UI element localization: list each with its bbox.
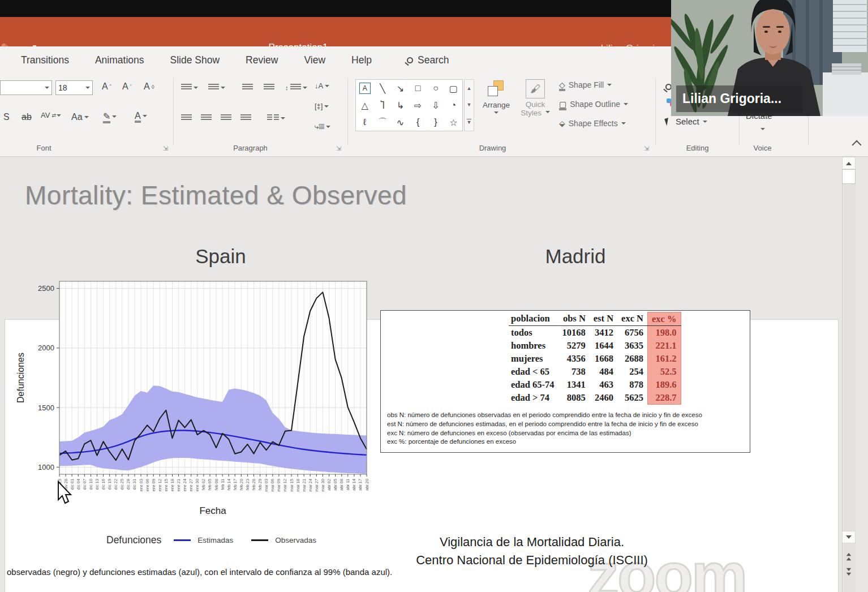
table-cell: 2460: [590, 391, 617, 405]
paragraph-dialog-launcher[interactable]: ⇲: [336, 145, 341, 152]
left-brace-shape-icon[interactable]: {: [416, 117, 419, 127]
svg-text:feb 11: feb 11: [220, 479, 225, 490]
shrink-font-button[interactable]: Aˇ: [122, 81, 132, 92]
justify-button[interactable]: [240, 114, 251, 122]
svg-text:dic 31: dic 31: [132, 479, 137, 490]
bullets-button[interactable]: [181, 84, 198, 91]
increase-indent-button[interactable]: [264, 84, 274, 91]
svg-text:feb 05: feb 05: [207, 479, 212, 490]
font-size-combobox[interactable]: 18: [55, 80, 93, 95]
tab-review[interactable]: Review: [246, 54, 278, 66]
convert-to-smartart-button[interactable]: ⤷▦: [315, 122, 330, 131]
triangle-shape-icon[interactable]: △: [362, 100, 368, 111]
arrow-line-shape-icon[interactable]: ↘: [397, 83, 404, 94]
table-cell: 6756: [617, 326, 647, 340]
dictate-dropdown-icon[interactable]: [760, 128, 765, 132]
right-arrow-shape-icon[interactable]: ⇨: [414, 100, 422, 111]
quick-styles-button[interactable]: 🖌 Quick Styles: [518, 79, 553, 117]
drawing-dialog-launcher[interactable]: ⇲: [644, 145, 649, 152]
scroll-down-button[interactable]: [842, 531, 856, 543]
oval-shape-icon[interactable]: ○: [433, 83, 439, 93]
right-brace-shape-icon[interactable]: }: [434, 117, 437, 127]
table-cell: 4356: [558, 352, 590, 365]
voice-group-label: Voice: [736, 144, 789, 152]
star-shape-icon[interactable]: ☆: [449, 117, 457, 128]
tab-help[interactable]: Help: [351, 54, 372, 66]
tab-animations[interactable]: Animations: [95, 54, 144, 66]
align-left-button[interactable]: [181, 114, 192, 122]
table-cell: 10168: [558, 326, 590, 340]
svg-text:mar 12: mar 12: [282, 479, 287, 492]
shape-outline-button[interactable]: ▢ Shape Outline: [559, 100, 628, 109]
shape-effects-button[interactable]: ⬙ Shape Effects: [559, 119, 626, 128]
rounded-rectangle-shape-icon[interactable]: ▢: [449, 83, 458, 94]
font-dialog-launcher[interactable]: ⇲: [163, 145, 168, 152]
scribble-shape-icon[interactable]: ℓ: [363, 117, 366, 127]
scrollbar-thumb[interactable]: [842, 169, 856, 184]
numbering-button[interactable]: [208, 84, 225, 91]
line-shape-icon[interactable]: ╲: [380, 83, 385, 94]
svg-text:dic 25: dic 25: [119, 479, 124, 490]
character-spacing-button[interactable]: AV⇄: [41, 111, 61, 119]
strikethrough-button[interactable]: ab: [22, 112, 32, 122]
shape-fill-button[interactable]: ◇ Shape Fill: [559, 80, 612, 89]
font-color-button[interactable]: A: [135, 111, 147, 121]
align-center-button[interactable]: [201, 114, 212, 122]
decrease-indent-button[interactable]: [242, 84, 253, 91]
elbow-connector-shape-icon[interactable]: Ⴈ: [380, 100, 384, 111]
shapes-gallery-scroll[interactable]: ▲▼▼: [464, 79, 474, 131]
figure-caption: observadas (negro) y defunciones estimad…: [7, 567, 392, 577]
font-name-combobox[interactable]: [0, 80, 52, 95]
table-row: todos1016834126756198.0: [509, 326, 681, 340]
grow-font-button[interactable]: Aˆ: [102, 81, 111, 92]
curve-shape-icon[interactable]: ∿: [397, 117, 404, 128]
svg-text:feb 02: feb 02: [201, 479, 206, 490]
svg-text:ene 09: ene 09: [151, 479, 156, 491]
arc-shape-icon[interactable]: ⌒: [378, 117, 387, 128]
align-right-button[interactable]: [221, 114, 231, 122]
next-slide-button[interactable]: [844, 569, 853, 578]
chart-legend: Defunciones Estimadas Observadas: [106, 534, 316, 546]
shape-effects-icon: ⬙: [559, 119, 565, 128]
columns-button[interactable]: [267, 114, 285, 122]
align-text-button[interactable]: [‡]: [315, 102, 329, 110]
footnote-line: exc %: porcentaje de defunciones en exce…: [387, 437, 742, 447]
select-button[interactable]: Select: [665, 117, 707, 126]
clear-formatting-button[interactable]: A◊: [144, 81, 154, 92]
text-highlight-button[interactable]: ✎: [103, 111, 117, 122]
table-cell: edad < 65: [509, 365, 558, 378]
svg-text:dic 10: dic 10: [88, 479, 93, 490]
svg-text:abr 02: abr 02: [326, 479, 332, 491]
svg-text:abr 05: abr 05: [333, 479, 338, 491]
ribbon-tabs: TransitionsAnimationsSlide ShowReviewVie…: [21, 54, 398, 66]
down-arrow-shape-icon[interactable]: ⇩: [432, 100, 439, 111]
rectangle-shape-icon[interactable]: □: [415, 83, 421, 93]
madrid-mortality-table: poblacionobs Nest Nexc Nexc %todos101683…: [509, 312, 681, 405]
freeform-shape-icon[interactable]: ◔: [450, 100, 456, 110]
tab-slide-show[interactable]: Slide Show: [170, 54, 220, 66]
collapse-ribbon-icon[interactable]: [852, 140, 862, 150]
svg-text:dic 04: dic 04: [76, 479, 81, 490]
arrange-button[interactable]: Arrange: [478, 80, 514, 116]
text-direction-button[interactable]: ↓A: [315, 81, 329, 90]
table-cell: 1668: [590, 352, 617, 365]
tab-view[interactable]: View: [304, 54, 325, 66]
svg-text:dic 28: dic 28: [126, 479, 131, 490]
elbow-arrow-connector-shape-icon[interactable]: ↳: [397, 100, 404, 111]
vertical-scrollbar[interactable]: [842, 157, 856, 592]
scroll-up-button[interactable]: [842, 157, 856, 169]
table-cell: 254: [617, 365, 647, 378]
svg-text:ene 12: ene 12: [157, 479, 162, 491]
search-box[interactable]: Search: [407, 54, 449, 66]
table-cell: mujeres: [509, 352, 558, 365]
textbox-shape-icon[interactable]: A: [359, 83, 371, 94]
underline-button[interactable]: S: [3, 112, 10, 122]
table-cell: 3635: [617, 339, 647, 352]
previous-slide-button[interactable]: [844, 550, 853, 559]
svg-text:ene 30: ene 30: [195, 479, 200, 491]
line-spacing-button[interactable]: ↕: [285, 84, 307, 91]
tab-transitions[interactable]: Transitions: [21, 54, 69, 66]
change-case-button[interactable]: Aa: [71, 112, 89, 122]
table-cell: 2688: [617, 352, 647, 365]
svg-text:dic 13: dic 13: [94, 479, 100, 490]
